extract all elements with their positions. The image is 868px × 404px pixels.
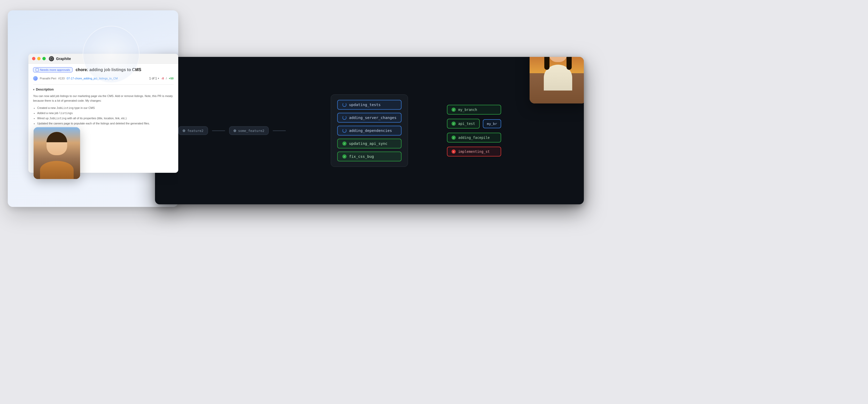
avatar-head [46, 132, 67, 155]
adding-facepile-label: adding_facepile [458, 136, 490, 140]
maximize-button[interactable] [42, 57, 46, 60]
light-panel: Graphite Needs more approvals chore: add… [8, 10, 178, 207]
diff-negative: -0 [161, 77, 164, 80]
needs-approval-badge: Needs more approvals [33, 67, 72, 73]
my-br-partial-node: my_br [483, 119, 501, 128]
chevron-icon: ▾ [33, 88, 34, 91]
my-branch-label: my_branch [458, 108, 477, 112]
api-test-row: ✓ api_test my_br [447, 119, 501, 128]
check-icon: ✓ [452, 108, 456, 112]
magnifier-circle [83, 26, 140, 83]
api-test-node[interactable]: ✓ api_test [447, 119, 480, 128]
list-item: Added a new job listings [37, 111, 174, 116]
check-icon: ✓ [452, 136, 456, 140]
adding-dependencies-node[interactable]: adding_dependencies [337, 126, 401, 136]
badge-icon [36, 68, 39, 71]
left-nodes: feature2 some_feature2 [178, 126, 286, 135]
diff-positive: +50 [169, 77, 174, 80]
list-item: Created a new JobListing type in our CMS [37, 106, 174, 111]
traffic-lights [32, 57, 46, 60]
fix-css-bug-label: fix_css_bug [349, 154, 374, 158]
node-dot-icon [234, 129, 236, 132]
spinning-icon [342, 103, 346, 107]
author-name: Pranathi Peri [40, 77, 56, 80]
dark-panel: feature2 some_feature2 updating_tests [155, 57, 584, 204]
adding-dependencies-label: adding_dependencies [349, 128, 392, 133]
updating-api-sync-label: updating_api_sync [349, 142, 387, 146]
adding-server-changes-label: adding_server_changes [349, 116, 396, 120]
pr-number: #133 [58, 77, 65, 80]
minimize-button[interactable] [37, 57, 40, 60]
page-indicator: 1 of 1 ▾ [149, 77, 159, 80]
list-item: Wired up JobListing with all of its prop… [37, 116, 174, 121]
hair-left [544, 57, 550, 70]
avatar-male [34, 127, 80, 179]
implementing-st-node[interactable]: ✕ implementing_st [447, 147, 501, 156]
app-logo [49, 56, 54, 61]
author-avatar [33, 76, 38, 81]
avatar-body [40, 161, 74, 179]
list-item: Updated the careers page to populate eac… [37, 121, 174, 126]
connector-line [212, 131, 225, 131]
updating-api-sync-node[interactable]: ✓ updating_api_sync [337, 139, 401, 148]
description-section-header: ▾ Description [33, 88, 174, 91]
fix-css-bug-node[interactable]: ✓ fix_css_bug [337, 151, 401, 162]
feature2-label: feature2 [187, 129, 204, 133]
updating-tests-label: updating_tests [349, 103, 380, 107]
description-list: Created a new JobListing type in our CMS… [33, 106, 174, 126]
adding-facepile-node[interactable]: ✓ adding_facepile [447, 133, 501, 143]
description-text: You can now add job listings to our mark… [33, 94, 174, 103]
updating-tests-node[interactable]: updating_tests [337, 100, 401, 110]
page-count: 1 of 1 [149, 77, 157, 80]
logo-inner [50, 57, 53, 60]
avatar-hair [46, 132, 67, 142]
badge-label: Needs more approvals [40, 68, 70, 71]
error-icon: ✕ [452, 149, 456, 154]
avatar-female [530, 57, 584, 104]
description-label: Description [36, 88, 54, 91]
adding-server-changes-node[interactable]: adding_server_changes [337, 113, 401, 123]
check-icon: ✓ [342, 142, 346, 146]
spinning-icon [342, 116, 346, 120]
api-test-label: api_test [458, 121, 475, 126]
page-chevron-icon: ▾ [158, 77, 159, 80]
app-title: Graphite [56, 57, 71, 61]
center-nodes-group: updating_tests adding_server_changes add… [331, 94, 408, 167]
some-feature2-node: some_feature2 [229, 126, 269, 135]
branch-graph: feature2 some_feature2 updating_tests [170, 67, 568, 194]
node-dot-icon [183, 129, 185, 132]
check-icon: ✓ [342, 154, 346, 158]
connector-line [273, 131, 286, 131]
some-feature2-label: some_feature2 [238, 129, 265, 133]
check-icon: ✓ [452, 121, 456, 126]
spinning-icon [342, 128, 346, 133]
divider [33, 84, 174, 85]
my-branch-node[interactable]: ✓ my_branch [447, 105, 501, 115]
my-br-label: my_br [487, 122, 497, 126]
feature2-node: feature2 [178, 126, 208, 135]
close-button[interactable] [32, 57, 35, 60]
avatar-male-image [34, 127, 80, 179]
right-nodes-group: ✓ my_branch ✓ api_test my_br ✓ addin [447, 67, 501, 194]
avatar-female-content [530, 57, 584, 104]
dark-content: feature2 some_feature2 updating_tests [155, 57, 584, 204]
hair-right [566, 57, 572, 70]
implementing-st-label: implementing_st [458, 149, 490, 154]
